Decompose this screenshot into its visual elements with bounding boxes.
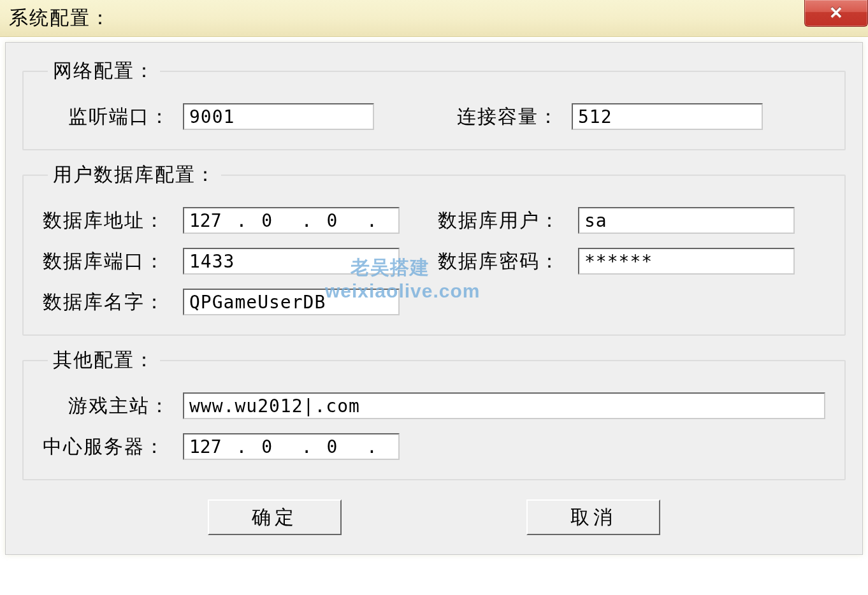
listen-port-label: 监听端口：: [68, 104, 170, 130]
db-port-label: 数据库端口：: [43, 248, 170, 275]
capacity-label: 连接容量：: [457, 104, 559, 130]
db-password-label: 数据库密码：: [438, 248, 565, 275]
close-icon: ✕: [829, 3, 843, 23]
dialog-body: 网络配置： 监听端口： 连接容量： 用户数据库配置： 数据库地址： 数据库用户：…: [5, 42, 863, 555]
other-legend: 其他配置：: [48, 347, 160, 373]
titlebar: 系统配置： ✕: [0, 0, 868, 37]
network-config-group: 网络配置： 监听端口： 连接容量：: [22, 58, 846, 150]
cancel-button[interactable]: 取消: [526, 499, 660, 535]
ok-button[interactable]: 确定: [208, 499, 342, 535]
db-address-input[interactable]: [183, 207, 400, 234]
db-user-input[interactable]: [578, 207, 795, 234]
db-name-input[interactable]: [183, 289, 400, 315]
window-title: 系统配置：: [9, 5, 111, 31]
db-password-input[interactable]: [578, 248, 795, 275]
listen-port-input[interactable]: [183, 103, 374, 130]
db-port-input[interactable]: [183, 248, 400, 275]
gamesite-input[interactable]: [183, 392, 825, 419]
db-name-label: 数据库名字：: [43, 289, 170, 315]
button-row: 确定 取消: [22, 499, 846, 535]
network-legend: 网络配置：: [48, 58, 160, 84]
close-button[interactable]: ✕: [804, 0, 868, 27]
centerserver-label: 中心服务器：: [43, 434, 170, 460]
gamesite-label: 游戏主站：: [43, 393, 170, 419]
other-config-group: 其他配置： 游戏主站： 中心服务器：: [22, 347, 846, 480]
centerserver-input[interactable]: [183, 433, 400, 460]
db-address-label: 数据库地址：: [43, 208, 170, 234]
capacity-input[interactable]: [572, 103, 763, 130]
userdb-config-group: 用户数据库配置： 数据库地址： 数据库用户： 数据库端口： 数据库密码： 数据库…: [22, 162, 846, 336]
userdb-legend: 用户数据库配置：: [48, 162, 221, 188]
db-user-label: 数据库用户：: [438, 208, 565, 234]
